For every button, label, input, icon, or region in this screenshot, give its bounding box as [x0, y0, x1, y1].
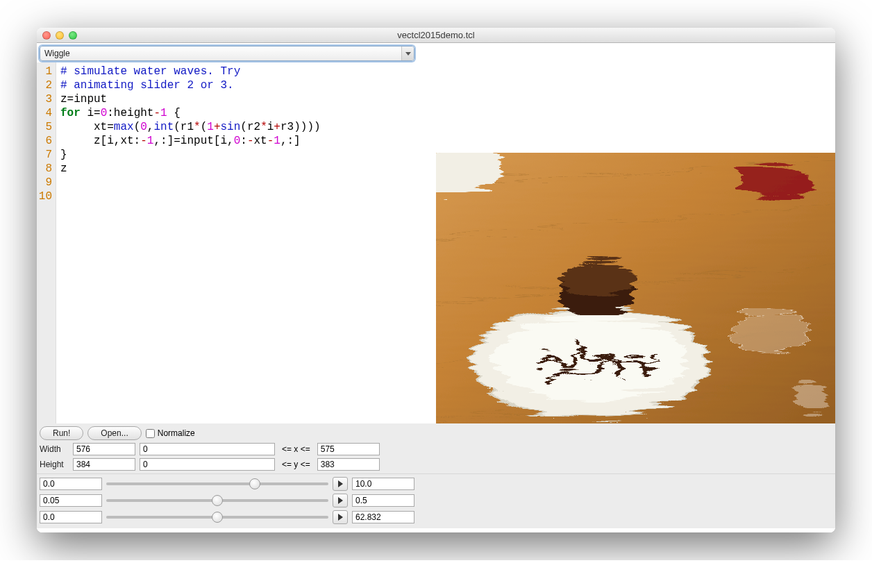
slider-r3-play[interactable] [333, 510, 348, 524]
x-min-input[interactable] [140, 443, 275, 455]
chevron-down-icon[interactable] [401, 47, 414, 60]
open-button[interactable]: Open... [87, 426, 141, 440]
sliders-panel [37, 473, 835, 528]
normalize-checkbox-input[interactable] [146, 429, 155, 438]
window-title: vectcl2015demo.tcl [37, 30, 835, 40]
slider-r2-knob[interactable] [212, 495, 223, 506]
main-split: 1 2 3 4 5 6 7 8 9 10 # simulate water wa… [37, 62, 835, 423]
code-editor[interactable]: 1 2 3 4 5 6 7 8 9 10 # simulate water wa… [37, 62, 419, 423]
content: Wiggle 1 2 3 4 5 6 7 8 9 10 # simulate w… [37, 43, 835, 532]
slider-r3-min[interactable] [40, 511, 102, 523]
slider-r2-track[interactable] [106, 494, 328, 507]
width-value[interactable] [73, 443, 135, 455]
slider-r1-track[interactable] [106, 478, 328, 490]
slider-r3 [40, 509, 832, 526]
svg-point-11 [728, 305, 804, 347]
play-icon [338, 480, 343, 487]
y-range-label: <= y <= [279, 460, 313, 469]
slider-r2-min[interactable] [40, 494, 102, 507]
slider-r1-knob[interactable] [249, 478, 260, 489]
zoom-icon[interactable] [69, 31, 77, 40]
slider-r3-track[interactable] [106, 511, 328, 523]
play-icon [338, 497, 343, 504]
minimize-icon[interactable] [56, 31, 64, 40]
slider-r1-min[interactable] [40, 478, 102, 490]
width-row: Width <= x <= [40, 442, 832, 457]
normalize-checkbox[interactable]: Normalize [146, 428, 195, 438]
y-max-input[interactable] [317, 458, 380, 471]
traffic-lights [42, 31, 77, 40]
code-text[interactable]: # simulate water waves. Try # animating … [56, 62, 419, 423]
x-range-label: <= x <= [279, 444, 313, 454]
slider-r2-play[interactable] [333, 494, 348, 507]
svg-point-7 [488, 312, 682, 396]
toolbar: Wiggle [37, 43, 835, 62]
titlebar: vectcl2015demo.tcl [37, 28, 835, 43]
normalize-label: Normalize [158, 428, 195, 438]
slider-r3-knob[interactable] [212, 512, 223, 523]
play-icon [338, 514, 343, 521]
app-window: vectcl2015demo.tcl Wiggle 1 2 3 4 5 6 7 … [37, 28, 835, 532]
line-gutter: 1 2 3 4 5 6 7 8 9 10 [37, 62, 56, 423]
width-label: Width [40, 444, 69, 454]
slider-r2 [40, 492, 832, 509]
effect-dropdown-value: Wiggle [40, 49, 401, 58]
slider-r2-max[interactable] [352, 494, 414, 507]
slider-r1-play[interactable] [333, 477, 348, 491]
effect-dropdown[interactable]: Wiggle [40, 46, 414, 61]
slider-r1-max[interactable] [352, 478, 414, 490]
svg-point-10 [554, 258, 630, 291]
height-label: Height [40, 460, 69, 469]
x-max-input[interactable] [317, 443, 380, 455]
slider-r3-max[interactable] [352, 511, 414, 523]
run-button[interactable]: Run! [40, 426, 83, 440]
height-value[interactable] [73, 458, 135, 471]
height-row: Height <= y <= [40, 457, 832, 472]
y-min-input[interactable] [140, 458, 275, 471]
close-icon[interactable] [42, 31, 51, 40]
output-image [436, 153, 835, 423]
slider-r1 [40, 476, 832, 492]
output-image-pane [419, 62, 835, 423]
action-bar: Run! Open... Normalize Width <= x <= Hei… [37, 423, 835, 473]
